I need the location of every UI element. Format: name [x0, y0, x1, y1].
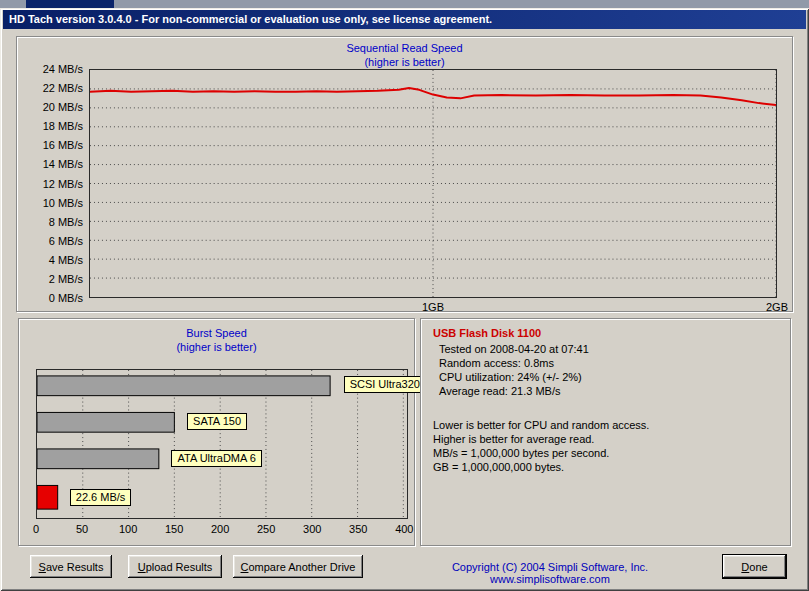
- sequential-read-chart: [89, 69, 777, 298]
- bar-value-label: ATA UltraDMA 6: [171, 450, 261, 467]
- drive-info-panel: USB Flash Disk 1100 Tested on 2008-04-20…: [420, 318, 791, 546]
- compare-another-drive-label: Compare Another Drive: [241, 561, 356, 573]
- burst-speed-panel: Burst Speed (higher is better) SCSI Ultr…: [18, 318, 415, 546]
- bar-value-label: SCSI Ultra320: [344, 376, 426, 393]
- x-axis-tick-label: 250: [251, 523, 281, 535]
- compare-another-drive-button[interactable]: Compare Another Drive: [233, 555, 363, 578]
- burst-chart-title: Burst Speed: [19, 327, 414, 339]
- sequential-chart-subtitle: (higher is better): [17, 56, 792, 68]
- x-axis-tick-label: 2GB: [757, 301, 797, 313]
- done-button[interactable]: Done: [722, 554, 787, 579]
- upload-results-button[interactable]: Upload Results: [128, 555, 222, 578]
- y-axis-tick-label: 4 MB/s: [19, 254, 83, 266]
- note-gb-definition: GB = 1,000,000,000 bytes.: [433, 461, 564, 473]
- x-axis-tick-label: 50: [67, 523, 97, 535]
- tested-on-text: Tested on 2008-04-20 at 07:41: [439, 343, 589, 355]
- x-axis-tick-label: 300: [297, 523, 327, 535]
- desktop-background-strip: [0, 0, 809, 8]
- x-axis-tick-label: 0: [21, 523, 51, 535]
- y-axis-tick-label: 18 MB/s: [19, 120, 83, 132]
- sequential-read-panel: Sequential Read Speed (higher is better)…: [16, 36, 793, 312]
- sequential-read-line-chart: [90, 70, 776, 297]
- note-higher-better: Higher is better for average read.: [433, 433, 594, 445]
- bar-value-label: 22.6 MB/s: [70, 489, 132, 506]
- y-axis-tick-label: 12 MB/s: [19, 178, 83, 190]
- y-axis-tick-label: 10 MB/s: [19, 197, 83, 209]
- y-axis-tick-label: 14 MB/s: [19, 158, 83, 170]
- y-axis-tick-label: 24 MB/s: [19, 63, 83, 75]
- window-titlebar[interactable]: HD Tach version 3.0.4.0 - For non-commer…: [3, 10, 806, 29]
- average-read-text: Average read: 21.3 MB/s: [439, 385, 560, 397]
- y-axis-tick-label: 22 MB/s: [19, 82, 83, 94]
- y-axis-tick-label: 2 MB/s: [19, 273, 83, 285]
- burst-chart-subtitle: (higher is better): [19, 341, 414, 353]
- bar-value-label: SATA 150: [187, 413, 247, 430]
- y-axis-tick-label: 0 MB/s: [19, 292, 83, 304]
- y-axis-tick-label: 6 MB/s: [19, 235, 83, 247]
- copyright-text: Copyright (C) 2004 Simpli Software, Inc.…: [392, 561, 708, 585]
- x-axis-tick-label: 1GB: [413, 301, 453, 313]
- y-axis-tick-label: 20 MB/s: [19, 101, 83, 113]
- y-axis-tick-label: 8 MB/s: [19, 216, 83, 228]
- save-results-button[interactable]: Save Results: [30, 555, 112, 578]
- drive-name: USB Flash Disk 1100: [433, 327, 541, 339]
- random-access-text: Random access: 0.8ms: [439, 357, 554, 369]
- x-axis-tick-label: 100: [113, 523, 143, 535]
- x-axis-tick-label: 200: [205, 523, 235, 535]
- note-mbs-definition: MB/s = 1,000,000 bytes per second.: [433, 447, 609, 459]
- sequential-chart-title: Sequential Read Speed: [17, 42, 792, 54]
- upload-results-label: Upload Results: [138, 561, 213, 573]
- y-axis-tick-label: 16 MB/s: [19, 139, 83, 151]
- done-label: Done: [741, 561, 767, 573]
- note-lower-better: Lower is better for CPU and random acces…: [433, 419, 649, 431]
- x-axis-tick-label: 350: [343, 523, 373, 535]
- background-window-fragment: [26, 0, 114, 8]
- cpu-utilization-text: CPU utilization: 24% (+/- 2%): [439, 371, 582, 383]
- x-axis-tick-label: 400: [389, 523, 419, 535]
- save-results-label: Save Results: [39, 561, 104, 573]
- x-axis-tick-label: 150: [159, 523, 189, 535]
- window-title: HD Tach version 3.0.4.0 - For non-commer…: [9, 13, 492, 25]
